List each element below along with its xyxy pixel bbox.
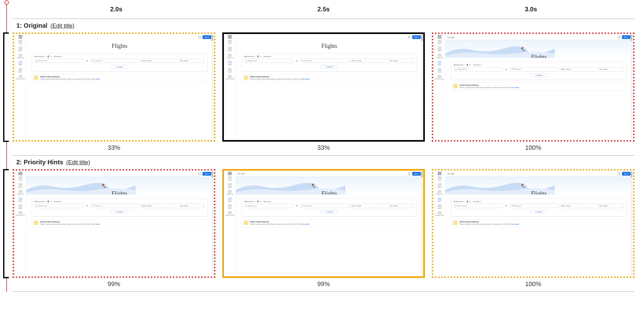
sidebar-item-flights[interactable]: Flights — [225, 196, 236, 203]
sidebar-item-flights[interactable]: Flights — [15, 196, 26, 203]
hamburger-icon[interactable] — [438, 37, 441, 37]
screenshot-thumbnail[interactable]: TravelExploreThings to doFlightsHotelsVa… — [222, 169, 425, 278]
sidebar-item-hotels[interactable]: Hotels — [15, 203, 26, 210]
origin-input[interactable]: ◉ Where from? — [35, 204, 83, 208]
trip-type-chip[interactable]: ⇄ Round trip ▾ — [35, 201, 45, 202]
search-button[interactable]: 🔍 Search — [320, 210, 338, 214]
cabin-chip[interactable]: Economy ▾ — [54, 55, 62, 57]
origin-input[interactable]: ◉ Where from? — [244, 59, 293, 63]
sidebar-item-hotels[interactable]: Hotels — [225, 67, 236, 74]
sidebar-item-travel[interactable]: Travel — [15, 175, 26, 182]
advisory-more-link[interactable]: More details — [301, 223, 309, 225]
sidebar-item-explore[interactable]: Explore — [434, 182, 445, 189]
sidebar-item-flights[interactable]: Flights — [434, 196, 445, 203]
origin-input[interactable]: ◉ Where from? — [454, 67, 502, 71]
sign-in-button[interactable]: Sign in — [203, 35, 211, 39]
sidebar-item-things-to-do[interactable]: Things to do — [434, 53, 445, 59]
search-button[interactable]: 🔍 Search — [111, 65, 128, 69]
scrollbar-track[interactable] — [421, 35, 423, 139]
sidebar-item-flights[interactable]: Flights — [434, 60, 445, 66]
advisory-more-link[interactable]: More details — [91, 223, 100, 225]
origin-input[interactable]: ◉ Where from? — [35, 59, 83, 63]
scrollbar-track[interactable] — [631, 35, 632, 139]
origin-input[interactable]: ◉ Where from? — [454, 204, 502, 208]
screenshot-thumbnail[interactable]: TravelExploreThings to doFlightsHotelsVa… — [222, 32, 425, 142]
cabin-chip[interactable]: Economy ▾ — [264, 55, 272, 57]
sidebar-item-vacation-rentals[interactable]: Vacation rentals — [225, 74, 236, 81]
edit-title-link[interactable]: (Edit title) — [50, 23, 74, 29]
search-button[interactable]: 🔍 Search — [320, 65, 338, 69]
screenshot-thumbnail[interactable]: TravelExploreThings to doFlightsHotelsVa… — [13, 32, 215, 142]
swap-icon[interactable]: ⇄ — [294, 59, 299, 63]
advisory-more-link[interactable]: More details — [91, 78, 100, 80]
sidebar-item-explore[interactable]: Explore — [225, 46, 236, 52]
search-button[interactable]: 🔍 Search — [530, 73, 548, 77]
swap-icon[interactable]: ⇄ — [85, 59, 89, 63]
swap-icon[interactable]: ⇄ — [504, 204, 508, 208]
hamburger-icon[interactable] — [228, 173, 232, 174]
sidebar-item-things-to-do[interactable]: Things to do — [225, 189, 236, 196]
pax-chip[interactable]: 👤 1 ▾ — [257, 55, 262, 57]
sidebar-item-things-to-do[interactable]: Things to do — [434, 189, 445, 196]
sidebar-item-hotels[interactable]: Hotels — [15, 67, 26, 74]
trip-type-chip[interactable]: ⇄ Round trip ▾ — [244, 201, 255, 202]
destination-input[interactable]: 📍 Where to? — [510, 67, 558, 71]
sidebar-item-vacation-rentals[interactable]: Vacation rentals — [434, 74, 445, 81]
sidebar-item-travel[interactable]: Travel — [434, 175, 445, 182]
pax-chip[interactable]: 👤 1 ▾ — [466, 64, 471, 66]
sidebar-item-hotels[interactable]: Hotels — [434, 203, 445, 210]
scrollbar-track[interactable] — [631, 171, 632, 276]
sidebar-item-vacation-rentals[interactable]: Vacation rentals — [15, 210, 26, 217]
trip-type-chip[interactable]: ⇄ Round trip ▾ — [454, 64, 464, 66]
screenshot-thumbnail[interactable]: TravelExploreThings to doFlightsHotelsVa… — [432, 169, 635, 278]
sidebar-item-explore[interactable]: Explore — [15, 46, 26, 52]
destination-input[interactable]: 📍 Where to? — [300, 59, 349, 63]
destination-input[interactable]: 📍 Where to? — [300, 204, 349, 208]
scrollbar-track[interactable] — [421, 171, 423, 276]
destination-input[interactable]: 📍 Where to? — [90, 204, 139, 208]
advisory-more-link[interactable]: More details — [511, 87, 519, 88]
sidebar-item-travel[interactable]: Travel — [15, 39, 26, 45]
date-range-input[interactable]: 🗓 Fri, Oct 22 ‹ › Tue, Oct 26 ‹ › — [350, 204, 414, 208]
cabin-chip[interactable]: Economy ▾ — [264, 201, 272, 202]
screenshot-thumbnail[interactable]: TravelExploreThings to doFlightsHotelsVa… — [13, 169, 215, 278]
sidebar-item-flights[interactable]: Flights — [15, 60, 26, 66]
destination-input[interactable]: 📍 Where to? — [510, 204, 558, 208]
apps-grid-icon[interactable] — [408, 36, 411, 39]
scrollbar-track[interactable] — [212, 171, 213, 276]
hamburger-icon[interactable] — [19, 37, 22, 37]
date-range-input[interactable]: 🗓 Fri, Oct 22 ‹ › Tue, Oct 26 ‹ › — [350, 59, 414, 63]
pax-chip[interactable]: 👤 1 ▾ — [257, 201, 262, 202]
apps-grid-icon[interactable] — [408, 172, 411, 175]
sign-in-button[interactable]: Sign in — [622, 172, 630, 176]
swap-icon[interactable]: ⇄ — [294, 204, 299, 208]
sign-in-button[interactable]: Sign in — [622, 35, 630, 39]
sidebar-item-vacation-rentals[interactable]: Vacation rentals — [225, 210, 236, 217]
date-range-input[interactable]: 🗓 Fri, Oct 22 ‹ › Tue, Oct 26 ‹ › — [560, 204, 624, 208]
sidebar-item-travel[interactable]: Travel — [225, 39, 236, 45]
pax-chip[interactable]: 👤 1 ▾ — [47, 201, 52, 202]
date-range-input[interactable]: 🗓 Fri, Oct 22 ‹ › Tue, Oct 26 ‹ › — [141, 59, 205, 63]
search-button[interactable]: 🔍 Search — [530, 210, 548, 214]
cabin-chip[interactable]: Economy ▾ — [54, 201, 62, 202]
hamburger-icon[interactable] — [438, 173, 441, 174]
apps-grid-icon[interactable] — [198, 36, 201, 39]
screenshot-thumbnail[interactable]: TravelExploreThings to doFlightsHotelsVa… — [432, 32, 635, 142]
sign-in-button[interactable]: Sign in — [412, 172, 421, 176]
cabin-chip[interactable]: Economy ▾ — [473, 201, 481, 202]
sidebar-item-things-to-do[interactable]: Things to do — [15, 189, 26, 196]
search-button[interactable]: 🔍 Search — [111, 210, 128, 214]
sidebar-item-vacation-rentals[interactable]: Vacation rentals — [15, 74, 26, 81]
sign-in-button[interactable]: Sign in — [412, 35, 421, 39]
sidebar-item-travel[interactable]: Travel — [225, 175, 236, 182]
trip-type-chip[interactable]: ⇄ Round trip ▾ — [35, 55, 45, 57]
swap-icon[interactable]: ⇄ — [504, 67, 508, 71]
sidebar-item-things-to-do[interactable]: Things to do — [225, 53, 236, 59]
apps-grid-icon[interactable] — [618, 172, 621, 175]
sign-in-button[interactable]: Sign in — [203, 172, 211, 176]
sidebar-item-hotels[interactable]: Hotels — [434, 67, 445, 74]
hamburger-icon[interactable] — [19, 173, 22, 174]
origin-input[interactable]: ◉ Where from? — [244, 204, 293, 208]
sidebar-item-explore[interactable]: Explore — [15, 182, 26, 189]
sidebar-item-things-to-do[interactable]: Things to do — [15, 53, 26, 59]
